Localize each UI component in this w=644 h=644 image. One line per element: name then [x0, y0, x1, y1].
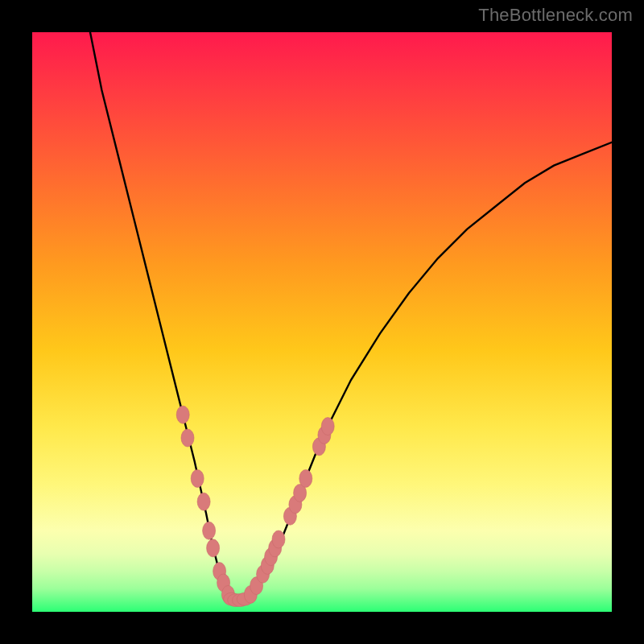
chart-svg — [32, 32, 612, 612]
data-marker — [203, 522, 216, 539]
outer-frame: TheBottleneck.com — [0, 0, 644, 644]
data-marker — [272, 530, 285, 548]
plot-area — [32, 32, 612, 612]
data-marker — [299, 469, 312, 487]
data-marker — [191, 469, 204, 487]
curve-line — [90, 32, 612, 601]
data-marker — [197, 493, 210, 510]
data-marker — [207, 539, 220, 557]
data-marker — [176, 406, 189, 423]
curve-path — [90, 32, 612, 601]
curve-markers — [176, 406, 334, 606]
data-marker — [321, 418, 334, 436]
data-marker — [181, 429, 194, 447]
watermark-text: TheBottleneck.com — [478, 5, 633, 26]
